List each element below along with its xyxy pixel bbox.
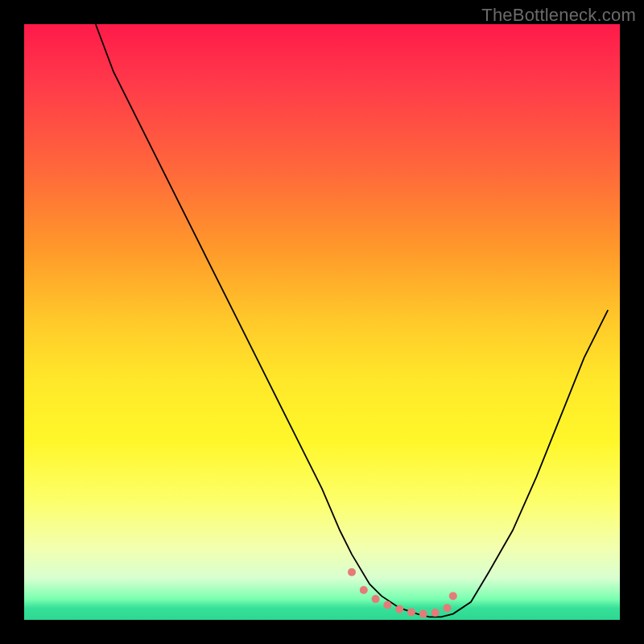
watermark-text: TheBottleneck.com xyxy=(481,5,636,26)
marker-dot xyxy=(348,568,356,576)
marker-dot xyxy=(443,604,451,612)
marker-dot xyxy=(360,586,368,594)
marker-dot xyxy=(449,592,457,600)
marker-dot xyxy=(407,608,415,616)
marker-dot xyxy=(372,595,380,603)
marker-dot xyxy=(431,609,440,617)
marker-dot xyxy=(419,610,427,618)
bottleneck-curve xyxy=(96,24,608,617)
marker-dot xyxy=(395,605,403,613)
marker-dot xyxy=(383,601,391,609)
chart-plot-area xyxy=(24,24,620,620)
bottleneck-curve-svg xyxy=(24,24,620,620)
